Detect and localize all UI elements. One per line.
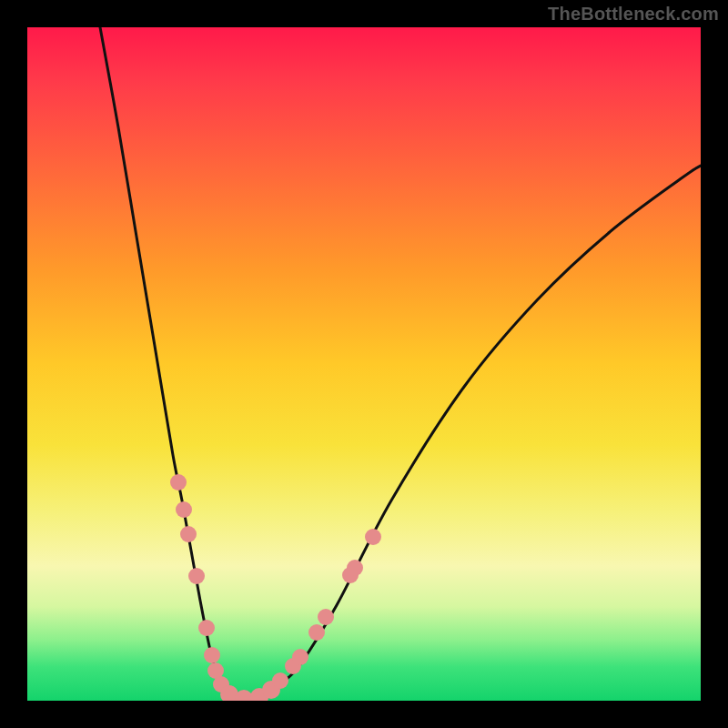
marker-point bbox=[204, 647, 220, 663]
chart-frame: TheBottleneck.com bbox=[0, 0, 728, 728]
marker-point bbox=[198, 620, 215, 636]
watermark-text: TheBottleneck.com bbox=[548, 4, 719, 25]
curve-svg bbox=[27, 27, 701, 701]
marker-point bbox=[308, 624, 325, 641]
marker-group bbox=[170, 474, 381, 701]
marker-point bbox=[188, 568, 205, 584]
marker-point bbox=[347, 560, 363, 576]
marker-point bbox=[170, 474, 187, 490]
marker-point bbox=[365, 529, 381, 545]
bottleneck-curve bbox=[100, 27, 701, 699]
plot-area bbox=[27, 27, 701, 701]
marker-point bbox=[272, 672, 288, 689]
marker-point bbox=[292, 649, 308, 665]
marker-point bbox=[176, 501, 192, 518]
marker-point bbox=[318, 609, 334, 625]
marker-point bbox=[180, 526, 197, 542]
